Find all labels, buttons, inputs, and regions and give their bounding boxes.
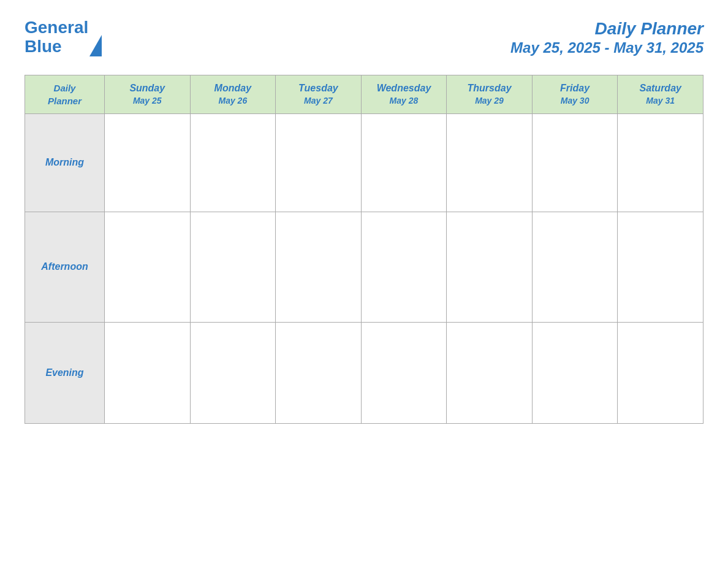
evening-label: Evening bbox=[25, 322, 105, 423]
afternoon-tuesday-cell[interactable] bbox=[276, 212, 362, 322]
evening-thursday-cell[interactable] bbox=[447, 322, 533, 423]
table-header-monday: Monday May 26 bbox=[190, 75, 276, 113]
morning-thursday-cell[interactable] bbox=[447, 113, 533, 212]
morning-row: Morning bbox=[25, 113, 703, 212]
evening-monday-cell[interactable] bbox=[190, 322, 276, 423]
evening-sunday-cell[interactable] bbox=[105, 322, 191, 423]
table-header-thursday: Thursday May 29 bbox=[447, 75, 533, 113]
evening-row: Evening bbox=[25, 322, 703, 423]
logo-triangle-icon bbox=[89, 35, 102, 56]
header-label-line2: Planner bbox=[48, 96, 82, 106]
afternoon-row: Afternoon bbox=[25, 212, 703, 322]
afternoon-friday-cell[interactable] bbox=[532, 212, 618, 322]
thursday-date: May 29 bbox=[449, 95, 529, 106]
table-header-label: Daily Planner bbox=[25, 75, 105, 113]
sunday-date: May 25 bbox=[107, 95, 188, 106]
page-title: Daily Planner bbox=[510, 18, 703, 39]
evening-friday-cell[interactable] bbox=[532, 322, 618, 423]
morning-label: Morning bbox=[25, 113, 105, 212]
morning-sunday-cell[interactable] bbox=[105, 113, 191, 212]
morning-saturday-cell[interactable] bbox=[618, 113, 703, 212]
table-header-sunday: Sunday May 25 bbox=[105, 75, 191, 113]
saturday-name: Saturday bbox=[620, 82, 700, 95]
table-header-saturday: Saturday May 31 bbox=[618, 75, 703, 113]
morning-friday-cell[interactable] bbox=[532, 113, 618, 212]
afternoon-thursday-cell[interactable] bbox=[447, 212, 533, 322]
wednesday-date: May 28 bbox=[364, 95, 444, 106]
table-header-friday: Friday May 30 bbox=[532, 75, 618, 113]
wednesday-name: Wednesday bbox=[364, 82, 444, 95]
sunday-name: Sunday bbox=[107, 82, 188, 95]
afternoon-wednesday-cell[interactable] bbox=[361, 212, 447, 322]
thursday-name: Thursday bbox=[449, 82, 529, 95]
title-block: Daily Planner May 25, 2025 - May 31, 202… bbox=[510, 18, 703, 56]
table-header-row: Daily Planner Sunday May 25 Monday May 2… bbox=[25, 75, 703, 113]
header-label-line1: Daily bbox=[54, 83, 76, 93]
logo-general: General bbox=[25, 18, 88, 37]
page-header: General Blue Daily Planner May 25, 2025 … bbox=[25, 12, 703, 63]
afternoon-saturday-cell[interactable] bbox=[618, 212, 703, 322]
logo-text: General Blue bbox=[25, 18, 88, 56]
monday-date: May 26 bbox=[193, 95, 273, 106]
logo: General Blue bbox=[25, 18, 102, 56]
morning-monday-cell[interactable] bbox=[190, 113, 276, 212]
afternoon-label: Afternoon bbox=[25, 212, 105, 322]
tuesday-date: May 27 bbox=[278, 95, 358, 106]
morning-wednesday-cell[interactable] bbox=[361, 113, 447, 212]
monday-name: Monday bbox=[193, 82, 273, 95]
friday-date: May 30 bbox=[535, 95, 615, 106]
friday-name: Friday bbox=[535, 82, 615, 95]
evening-tuesday-cell[interactable] bbox=[276, 322, 362, 423]
logo-blue: Blue bbox=[25, 37, 62, 56]
afternoon-monday-cell[interactable] bbox=[190, 212, 276, 322]
tuesday-name: Tuesday bbox=[278, 82, 358, 95]
table-header-wednesday: Wednesday May 28 bbox=[361, 75, 447, 113]
morning-tuesday-cell[interactable] bbox=[276, 113, 362, 212]
evening-wednesday-cell[interactable] bbox=[361, 322, 447, 423]
table-header-tuesday: Tuesday May 27 bbox=[276, 75, 362, 113]
afternoon-sunday-cell[interactable] bbox=[105, 212, 191, 322]
evening-saturday-cell[interactable] bbox=[618, 322, 703, 423]
date-range: May 25, 2025 - May 31, 2025 bbox=[510, 39, 703, 56]
saturday-date: May 31 bbox=[620, 95, 700, 106]
planner-table: Daily Planner Sunday May 25 Monday May 2… bbox=[25, 75, 703, 424]
